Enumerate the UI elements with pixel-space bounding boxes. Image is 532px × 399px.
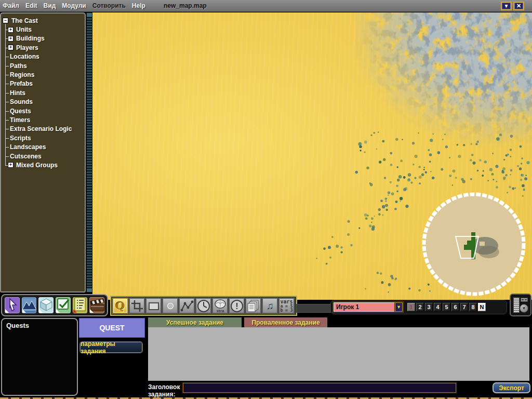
tile-corner-marker: [56, 309, 60, 313]
tree-branch-tick: [5, 138, 9, 139]
select-cursor-tool[interactable]: [4, 297, 20, 314]
menu-item-сотворить[interactable]: Сотворить: [92, 2, 126, 9]
quest-q-tool[interactable]: Q: [112, 298, 128, 314]
tree-branch-tick: [5, 66, 9, 66]
scenario-tree-panel: −The Cast+Units+Buildings+PlayersLocatio…: [0, 12, 86, 292]
player-button-3[interactable]: 3: [425, 303, 433, 311]
sidebar-item-units[interactable]: +Units: [1, 25, 84, 34]
sidebar-item-extra-scenario-logic[interactable]: Extra Scenario Logic: [1, 125, 84, 134]
close-icon: ✕: [516, 3, 521, 9]
prefab-docs-tool[interactable]: [245, 298, 261, 314]
logic-check-tool[interactable]: [55, 297, 71, 314]
plus-expander-icon[interactable]: +: [8, 162, 14, 168]
player-bar: Игрок 1 ▼ 12345678N: [330, 300, 507, 314]
minus-expander-icon[interactable]: −: [3, 18, 8, 23]
sidebar-item-cutscenes[interactable]: Cutscenes: [1, 152, 84, 161]
cutscene-clapper-tool[interactable]: [89, 297, 105, 314]
player-button-2[interactable]: 2: [416, 303, 424, 311]
path-tool[interactable]: [179, 298, 195, 314]
ellipse-tool[interactable]: [162, 298, 178, 314]
minimap-circle[interactable]: [421, 192, 526, 297]
sidebar-scrollbar[interactable]: [86, 12, 92, 292]
menu-bar: ФайлEditВидМодулиСотворитьHelpnew_map.ma…: [0, 0, 532, 12]
sidebar-item-scripts[interactable]: Scripts: [1, 134, 84, 142]
tree-branch-tick: [5, 111, 9, 112]
plus-expander-icon[interactable]: +: [8, 36, 14, 42]
tree-item-label: Landscapes: [10, 143, 46, 151]
plus-expander-icon[interactable]: +: [8, 27, 14, 33]
scrollbar-top-cap[interactable]: [87, 13, 92, 17]
map-viewport[interactable]: [92, 12, 532, 300]
tile-corner-marker: [5, 309, 9, 313]
tile-corner-marker: [39, 309, 43, 313]
player-button-8[interactable]: 8: [469, 303, 477, 311]
sidebar-item-prefabs[interactable]: Prefabs: [1, 79, 84, 88]
quest-params-button[interactable]: параметры задания: [80, 342, 142, 353]
sidebar-item-sounds[interactable]: Sounds: [1, 98, 84, 107]
rect-region-tool[interactable]: [145, 298, 162, 314]
tree-item-label: Mixed Groups: [16, 162, 58, 169]
scrollbar-bottom-cap[interactable]: [87, 288, 92, 292]
tree-branch-tick: [5, 147, 9, 148]
player-select-value[interactable]: Игрок 1: [334, 302, 395, 312]
quest-list-box[interactable]: Quests: [1, 318, 78, 396]
zoom-slider[interactable]: [513, 297, 520, 313]
menu-item-edit[interactable]: Edit: [25, 2, 37, 9]
sidebar-item-players[interactable]: +Players: [1, 43, 84, 52]
player-dropdown-button[interactable]: ▼: [395, 302, 403, 312]
menu-item-help[interactable]: Help: [132, 2, 145, 9]
tree-item-label: Scripts: [10, 135, 31, 142]
player-button-6[interactable]: 6: [451, 303, 459, 311]
sidebar-item-hints[interactable]: Hints: [1, 88, 84, 97]
quest-text-area[interactable]: [148, 327, 529, 381]
sidebar-item-paths[interactable]: Paths: [1, 61, 84, 70]
tree-branch-tick: [5, 156, 9, 157]
tree-item-label: Players: [16, 44, 38, 51]
tree-branch-tick: [5, 84, 9, 84]
tree-branch-tick: [5, 75, 9, 75]
sidebar-item-landscapes[interactable]: Landscapes: [1, 142, 84, 151]
minimize-icon: ▼: [504, 4, 509, 9]
tree-item-label: Timers: [10, 116, 30, 124]
sidebar-item-locations[interactable]: Locations: [1, 52, 84, 61]
tab-failed-quest[interactable]: Проваленное задание: [244, 317, 327, 327]
sidebar-item-regions[interactable]: Regions: [1, 70, 84, 79]
crop-tool-icon: [131, 300, 143, 312]
sidebar-item-the-cast[interactable]: −The Cast: [1, 16, 84, 25]
minimize-button[interactable]: ▼: [501, 2, 512, 10]
sidebar-item-timers[interactable]: Timers: [1, 115, 84, 124]
export-button[interactable]: Экспорт: [493, 382, 530, 393]
tree-branch-tick: [5, 93, 9, 94]
vars-tool[interactable]: varsa = 5b = 3: [278, 298, 295, 314]
quest-button[interactable]: QUEST: [79, 318, 145, 338]
plus-expander-icon[interactable]: +: [8, 45, 14, 50]
player-button-n[interactable]: N: [478, 303, 486, 311]
mini-toggle-button[interactable]: [521, 298, 528, 302]
script-list-tool[interactable]: [72, 297, 88, 314]
player-button-4[interactable]: 4: [434, 303, 442, 311]
sidebar-item-quests[interactable]: Quests: [1, 107, 84, 115]
sound-note-tool[interactable]: ♫: [262, 298, 278, 314]
player-button-1[interactable]: 1: [407, 303, 415, 311]
sidebar-item-buildings[interactable]: +Buildings: [1, 34, 84, 43]
timer-clock-tool[interactable]: [195, 298, 211, 314]
player-button-5[interactable]: 5: [443, 303, 450, 311]
landscape-tool[interactable]: [21, 297, 37, 314]
extra-logic-brain-tool[interactable]: xtra: [212, 298, 228, 314]
menu-item-модули[interactable]: Модули: [62, 2, 86, 9]
rotate-knob[interactable]: ▼: [520, 304, 528, 313]
objects-cube-tool[interactable]: [38, 297, 54, 314]
tree-item-label: Buildings: [16, 35, 45, 42]
close-button[interactable]: ✕: [513, 2, 524, 10]
crop-tool[interactable]: [129, 298, 145, 314]
menu-item-вид[interactable]: Вид: [44, 2, 56, 9]
tab-success-quest[interactable]: Успешное задание: [148, 317, 242, 327]
sidebar-item-mixed-groups[interactable]: +Mixed Groups: [1, 161, 84, 169]
menu-item-файл[interactable]: Файл: [3, 2, 19, 9]
player-select[interactable]: Игрок 1 ▼: [333, 302, 403, 312]
quest-title-input[interactable]: [183, 383, 456, 393]
hint-exclamation-tool[interactable]: !: [229, 298, 245, 314]
player-button-7[interactable]: 7: [460, 303, 468, 311]
quest-list-title: Quests: [6, 322, 73, 329]
ellipse-tool-icon: [164, 300, 177, 312]
